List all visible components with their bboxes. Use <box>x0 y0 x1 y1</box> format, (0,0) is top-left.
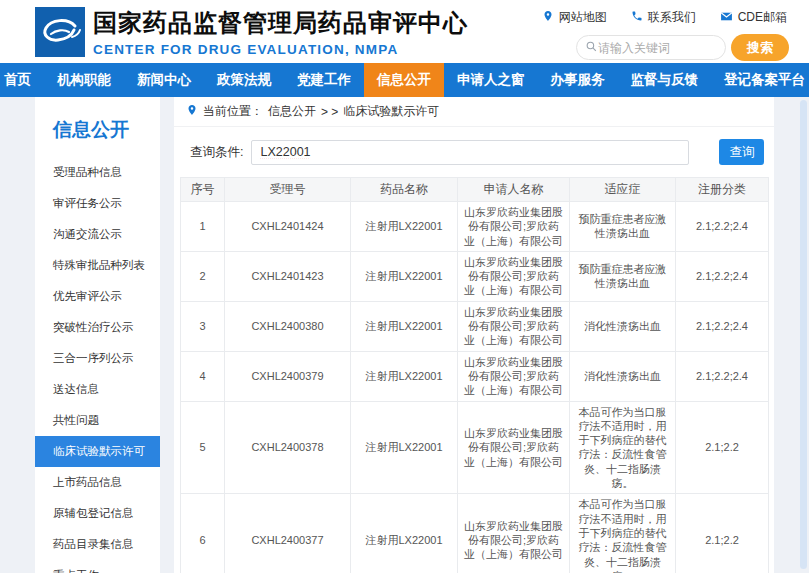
site-subtitle: CENTER FOR DRUG EVALUATION, NMPA <box>93 42 468 57</box>
cell-acceptance-no: CXHL2400378 <box>225 401 351 494</box>
nav-item-6[interactable]: 申请人之窗 <box>444 63 538 97</box>
cell-applicant: 山东罗欣药业集团股份有限公司;罗欣药业（上海）有限公司 <box>458 401 570 494</box>
column-header-2: 药品名称 <box>351 178 458 202</box>
quick-links: 网站地图联系我们CDE邮箱 <box>542 9 787 26</box>
cell-registration-class: 2.1;2.2;2.4 <box>676 301 769 351</box>
sidebar-title: 信息公开 <box>35 109 160 157</box>
breadcrumb-label: 当前位置： <box>203 103 263 120</box>
cell-index: 5 <box>181 401 225 494</box>
search-box <box>576 35 726 60</box>
table-row-3: 3CXHL2400380注射用LX22001山东罗欣药业集团股份有限公司;罗欣药… <box>181 301 769 351</box>
cell-applicant: 山东罗欣药业集团股份有限公司;罗欣药业（上海）有限公司 <box>458 301 570 351</box>
sidebar-item-0[interactable]: 受理品种信息 <box>35 157 160 188</box>
cell-indication: 消化性溃疡出血 <box>570 351 676 401</box>
sidebar-item-1[interactable]: 审评任务公示 <box>35 188 160 219</box>
sidebar-items: 受理品种信息审评任务公示沟通交流公示特殊审批品种列表优先审评公示突破性治疗公示三… <box>35 157 160 573</box>
query-row: 查询条件: 查询 <box>174 127 774 177</box>
sidebar-item-7[interactable]: 送达信息 <box>35 374 160 405</box>
cell-applicant: 山东罗欣药业集团股份有限公司;罗欣药业（上海）有限公司 <box>458 494 570 573</box>
sidebar-item-4[interactable]: 优先审评公示 <box>35 281 160 312</box>
nav-item-5[interactable]: 信息公开 <box>364 63 444 97</box>
cell-applicant: 山东罗欣药业集团股份有限公司;罗欣药业（上海）有限公司 <box>458 351 570 401</box>
search-area: 搜索 <box>576 34 789 61</box>
cell-acceptance-no: CXHL2400380 <box>225 301 351 351</box>
column-header-5: 注册分类 <box>676 178 769 202</box>
nav-item-7[interactable]: 办事服务 <box>538 63 618 97</box>
sidebar-item-10[interactable]: 上市药品信息 <box>35 467 160 498</box>
cell-index: 3 <box>181 301 225 351</box>
quick-link-label: CDE邮箱 <box>738 9 787 26</box>
quick-link-0[interactable]: 网站地图 <box>542 9 607 26</box>
query-input[interactable] <box>251 140 689 165</box>
cell-drug-name: 注射用LX22001 <box>351 202 458 252</box>
cell-applicant: 山东罗欣药业集团股份有限公司;罗欣药业（上海）有限公司 <box>458 202 570 252</box>
column-header-3: 申请人名称 <box>458 178 570 202</box>
sidebar-item-2[interactable]: 沟通交流公示 <box>35 219 160 250</box>
cell-drug-name: 注射用LX22001 <box>351 351 458 401</box>
results-table: 序号受理号药品名称申请人名称适应症注册分类 1CXHL2401424注射用LX2… <box>180 177 769 573</box>
cell-registration-class: 2.1;2.2;2.4 <box>676 251 769 301</box>
cell-registration-class: 2.1;2.2;2.4 <box>676 351 769 401</box>
cell-indication: 消化性溃疡出血 <box>570 301 676 351</box>
table-row-2: 2CXHL2401423注射用LX22001山东罗欣药业集团股份有限公司;罗欣药… <box>181 251 769 301</box>
quick-link-label: 网站地图 <box>559 9 607 26</box>
table-row-6: 6CXHL2400377注射用LX22001山东罗欣药业集团股份有限公司;罗欣药… <box>181 494 769 573</box>
cell-acceptance-no: CXHL2401424 <box>225 202 351 252</box>
nav-item-9[interactable]: 登记备案平台 <box>711 63 809 97</box>
sidebar-item-12[interactable]: 药品目录集信息 <box>35 529 160 560</box>
table-body: 1CXHL2401424注射用LX22001山东罗欣药业集团股份有限公司;罗欣药… <box>181 202 769 573</box>
cell-index: 1 <box>181 202 225 252</box>
quick-link-1[interactable]: 联系我们 <box>631 9 696 26</box>
content: 当前位置： 信息公开 > > 临床试验默示许可 查询条件: 查询 序号受理号药品… <box>174 97 774 573</box>
search-input[interactable] <box>598 41 708 55</box>
cell-drug-name: 注射用LX22001 <box>351 251 458 301</box>
nav-item-3[interactable]: 政策法规 <box>204 63 284 97</box>
nav-item-2[interactable]: 新闻中心 <box>124 63 204 97</box>
column-header-1: 受理号 <box>225 178 351 202</box>
sidebar-item-6[interactable]: 三合一序列公示 <box>35 343 160 374</box>
envelope-icon <box>720 10 733 26</box>
nav-item-0[interactable]: 首页 <box>0 63 44 97</box>
scrollbar[interactable] <box>800 100 807 569</box>
scrollbar-thumb[interactable] <box>800 100 807 569</box>
site-header: 国家药品监督管理局药品审评中心 CENTER FOR DRUG EVALUATI… <box>0 0 809 63</box>
cell-acceptance-no: CXHL2401423 <box>225 251 351 301</box>
cell-registration-class: 2.1;2.2 <box>676 401 769 494</box>
breadcrumb-link-section[interactable]: 信息公开 <box>268 103 316 120</box>
cell-registration-class: 2.1;2.2 <box>676 494 769 573</box>
nav-item-8[interactable]: 监督与反馈 <box>618 63 712 97</box>
quick-link-label: 联系我们 <box>648 9 696 26</box>
sidebar-item-3[interactable]: 特殊审批品种列表 <box>35 250 160 281</box>
cell-drug-name: 注射用LX22001 <box>351 494 458 573</box>
phone-icon <box>631 10 643 25</box>
sidebar-item-9[interactable]: 临床试验默示许可 <box>35 436 160 467</box>
nav-item-4[interactable]: 党建工作 <box>284 63 364 97</box>
cell-index: 6 <box>181 494 225 573</box>
search-icon <box>585 39 598 57</box>
query-button[interactable]: 查询 <box>719 139 764 165</box>
breadcrumb-separator: > > <box>321 105 338 119</box>
nav-item-1[interactable]: 机构职能 <box>44 63 124 97</box>
sidebar-item-11[interactable]: 原辅包登记信息 <box>35 498 160 529</box>
cell-drug-name: 注射用LX22001 <box>351 401 458 494</box>
cell-indication: 预防重症患者应激性溃疡出血 <box>570 202 676 252</box>
column-header-0: 序号 <box>181 178 225 202</box>
query-label: 查询条件: <box>190 144 243 161</box>
cde-logo-icon <box>35 7 85 57</box>
table-row-1: 1CXHL2401424注射用LX22001山东罗欣药业集团股份有限公司;罗欣药… <box>181 202 769 252</box>
cell-index: 2 <box>181 251 225 301</box>
sidebar-item-8[interactable]: 共性问题 <box>35 405 160 436</box>
quick-link-2[interactable]: CDE邮箱 <box>720 9 787 26</box>
column-header-4: 适应症 <box>570 178 676 202</box>
main-nav: 首页机构职能新闻中心政策法规党建工作信息公开申请人之窗办事服务监督与反馈登记备案… <box>0 63 809 97</box>
sidebar-item-5[interactable]: 突破性治疗公示 <box>35 312 160 343</box>
cell-acceptance-no: CXHL2400377 <box>225 494 351 573</box>
cell-indication: 本品可作为当口服疗法不适用时，用于下列病症的替代疗法：反流性食管炎、十二指肠溃疡… <box>570 401 676 494</box>
search-button[interactable]: 搜索 <box>731 34 789 61</box>
location-pin-icon <box>186 104 198 119</box>
cell-acceptance-no: CXHL2400379 <box>225 351 351 401</box>
cell-applicant: 山东罗欣药业集团股份有限公司;罗欣药业（上海）有限公司 <box>458 251 570 301</box>
cell-registration-class: 2.1;2.2;2.4 <box>676 202 769 252</box>
cell-index: 4 <box>181 351 225 401</box>
sidebar-item-13[interactable]: 重点工作 <box>35 560 160 573</box>
